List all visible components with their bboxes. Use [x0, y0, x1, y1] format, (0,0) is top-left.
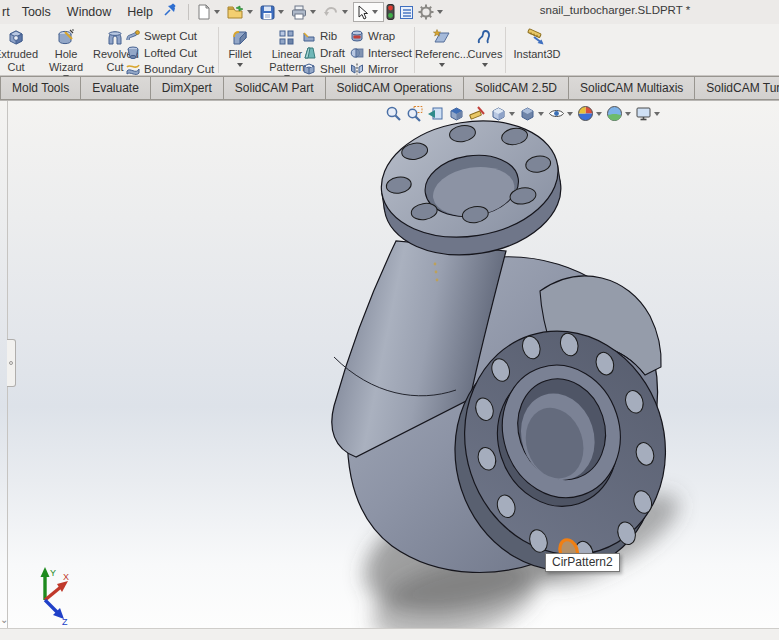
- orientation-triad: Y X Z: [26, 564, 72, 626]
- reference-geometry-button[interactable]: Referenc...: [417, 25, 467, 75]
- print-button[interactable]: [289, 2, 321, 22]
- apply-scene-button[interactable]: [604, 104, 633, 123]
- draft-icon: [302, 46, 316, 60]
- zoom-to-fit-icon: [385, 105, 402, 122]
- measure-button[interactable]: [467, 104, 488, 123]
- command-tab-bar: Mold Tools Evaluate DimXpert SolidCAM Pa…: [0, 76, 779, 100]
- tab-solidcam-turning[interactable]: SolidCAM Turning: [694, 76, 779, 100]
- measure-icon: [469, 105, 486, 122]
- rebuild-button[interactable]: [384, 2, 397, 22]
- open-button[interactable]: [225, 2, 258, 22]
- tab-evaluate[interactable]: Evaluate: [80, 76, 151, 100]
- appearance-ball-icon: [577, 105, 594, 122]
- tab-mold-tools[interactable]: Mold Tools: [0, 76, 81, 100]
- window-title: snail_turbocharger.SLDPRT *: [500, 4, 730, 16]
- display-style-button[interactable]: [517, 104, 546, 123]
- menu-tools[interactable]: Tools: [14, 1, 59, 23]
- wrap-button[interactable]: Wrap: [350, 28, 412, 45]
- heads-up-toolbar: [383, 104, 662, 123]
- tab-dimxpert[interactable]: DimXpert: [150, 76, 224, 100]
- view-settings-button[interactable]: [633, 104, 662, 123]
- zoom-to-area-icon: [406, 105, 423, 122]
- hide-show-items-button[interactable]: [546, 104, 575, 123]
- intersect-icon: [350, 46, 364, 60]
- print-icon: [291, 5, 307, 20]
- dropdown-caret: [538, 112, 544, 116]
- fillet-icon: [230, 28, 250, 48]
- select-tool-button[interactable]: [353, 2, 384, 22]
- zoom-to-fit-button[interactable]: [383, 104, 404, 123]
- view-orientation-button[interactable]: [488, 104, 517, 123]
- toolbar-separator: [188, 4, 189, 20]
- file-properties-button[interactable]: [397, 2, 416, 22]
- undo-button[interactable]: [321, 2, 353, 22]
- panel-scroll-chevron[interactable]: ⌄: [0, 614, 8, 625]
- menu-insert-fragment[interactable]: rt: [0, 1, 14, 23]
- extruded-cut-icon: [6, 28, 26, 48]
- graphics-viewport[interactable]: ⌄: [0, 100, 779, 628]
- feature-panel-collapsed-tab[interactable]: [7, 339, 16, 387]
- dropdown-caret: [567, 112, 573, 116]
- turbocharger-model[interactable]: [0, 101, 779, 628]
- eye-icon: [548, 105, 565, 122]
- rib-button[interactable]: Rib: [302, 28, 350, 45]
- instant3d-button[interactable]: Instant3D: [508, 25, 566, 75]
- fillet-button[interactable]: Fillet: [222, 25, 258, 75]
- ribbon-separator: [505, 27, 506, 73]
- curves-button[interactable]: Curves: [467, 25, 503, 75]
- edit-appearance-button[interactable]: [575, 104, 604, 123]
- dropdown-caret: [247, 10, 253, 14]
- dropdown-caret: [237, 63, 243, 67]
- curves-icon: [475, 28, 495, 48]
- tab-solidcam-operations[interactable]: SolidCAM Operations: [325, 76, 464, 100]
- dropdown-caret: [625, 112, 631, 116]
- draft-button[interactable]: Draft: [302, 45, 350, 62]
- menu-window[interactable]: Window: [59, 1, 119, 23]
- tab-solidcam-part[interactable]: SolidCAM Part: [223, 76, 326, 100]
- pin-menu-icon[interactable]: [163, 3, 177, 21]
- section-view-button[interactable]: [446, 104, 467, 123]
- hole-wizard-button[interactable]: Hole Wizard: [40, 25, 92, 75]
- dropdown-caret: [654, 112, 660, 116]
- tab-solidcam-multiaxis[interactable]: SolidCAM Multiaxis: [568, 76, 695, 100]
- dropdown-caret: [437, 10, 443, 14]
- dropdown-caret: [596, 112, 602, 116]
- hole-wizard-icon: [56, 28, 76, 48]
- dropdown-caret: [278, 10, 284, 14]
- new-document-button[interactable]: [194, 2, 225, 22]
- view-orientation-icon: [490, 105, 507, 122]
- options-button[interactable]: [416, 2, 448, 22]
- previous-view-button[interactable]: [425, 104, 446, 123]
- gear-icon: [418, 4, 434, 20]
- dropdown-caret: [509, 112, 515, 116]
- ribbon-separator: [218, 27, 219, 73]
- ribbon: Extruded Cut Hole Wizard Revo: [0, 24, 779, 76]
- select-cursor-icon: [356, 5, 369, 20]
- save-button[interactable]: [258, 2, 289, 22]
- scene-ball-icon: [606, 105, 623, 122]
- menu-bar: rt Tools Window Help: [0, 0, 779, 24]
- open-icon: [227, 5, 244, 20]
- dropdown-caret: [482, 63, 488, 67]
- zoom-to-area-button[interactable]: [404, 104, 425, 123]
- lofted-cut-button[interactable]: Lofted Cut: [126, 45, 216, 62]
- dropdown-caret: [214, 10, 220, 14]
- solidworks-window: rt Tools Window Help: [0, 0, 779, 640]
- triad-y-label: Y: [50, 568, 56, 578]
- dropdown-caret: [372, 10, 378, 14]
- triad-x-label: X: [63, 572, 69, 582]
- intersect-button[interactable]: Intersect: [350, 45, 412, 62]
- menu-help[interactable]: Help: [119, 1, 161, 23]
- reference-geometry-icon: [432, 28, 452, 48]
- previous-view-icon: [427, 105, 444, 122]
- tab-solidcam-25d[interactable]: SolidCAM 2.5D: [463, 76, 569, 100]
- instant3d-icon: [526, 28, 548, 48]
- display-style-icon: [519, 105, 536, 122]
- triad-z-label: Z: [62, 617, 68, 626]
- swept-cut-button[interactable]: Swept Cut: [126, 28, 216, 45]
- shell-icon: [302, 62, 316, 76]
- section-view-icon: [448, 105, 465, 122]
- mirror-icon: [350, 62, 364, 76]
- extruded-cut-button[interactable]: Extruded Cut: [0, 25, 40, 75]
- new-document-icon: [196, 4, 211, 20]
